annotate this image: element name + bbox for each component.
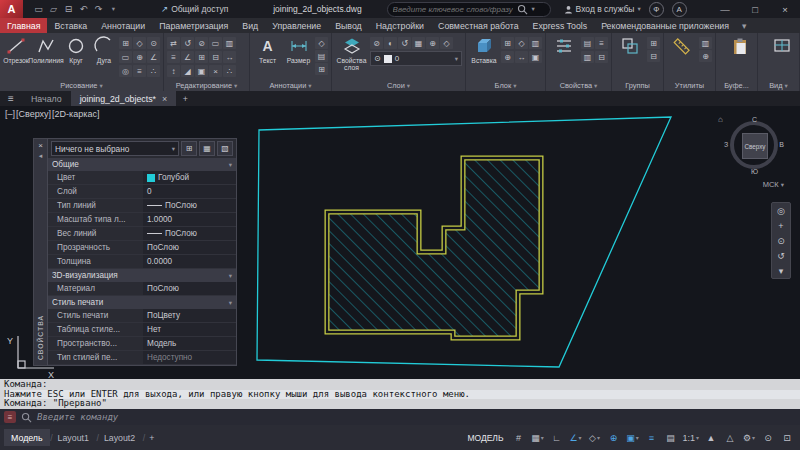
- layer-tool-icon[interactable]: ⊘: [370, 37, 383, 49]
- annotation-tool-icon[interactable]: ◇: [315, 37, 328, 49]
- qat-customize-icon[interactable]: ▾: [107, 2, 120, 16]
- redo-icon[interactable]: ↷: [92, 2, 105, 16]
- feedback-icon[interactable]: Ф: [649, 2, 664, 17]
- utility-tool-icon[interactable]: ⊕: [699, 50, 712, 62]
- annotation-scale-icon[interactable]: 1:1 ▾: [680, 429, 701, 446]
- modify-tool-icon[interactable]: ↕: [167, 65, 180, 77]
- undo-icon[interactable]: ↶: [77, 2, 90, 16]
- utility-tool-icon[interactable]: ▥: [699, 37, 712, 49]
- property-row[interactable]: Толщина 0.0000: [48, 255, 236, 269]
- quick-select-icon[interactable]: ▧: [217, 141, 233, 156]
- modify-tool-icon[interactable]: ⊘: [195, 37, 208, 49]
- palette-autohide-icon[interactable]: ◂: [39, 152, 43, 160]
- layer-tool-icon[interactable]: ⊕: [426, 37, 439, 49]
- viewcube[interactable]: ⌂ С В Ю З Сверху: [728, 119, 780, 171]
- drawing-area[interactable]: Y X [–] [Сверху] [2D-каркас] × ◂ СВОЙСТВ…: [0, 106, 800, 379]
- modify-tool-icon[interactable]: ⇄: [167, 37, 180, 49]
- viewcube-east[interactable]: В: [779, 141, 784, 148]
- layout1-tab[interactable]: Layout1: [51, 429, 96, 446]
- ribbon-tab-options-button[interactable]: ▾: [736, 18, 752, 33]
- apps-icon[interactable]: А: [672, 2, 687, 17]
- tab-featured-apps[interactable]: Рекомендованные приложения: [594, 18, 736, 33]
- draw-tool-icon[interactable]: ⊕: [133, 51, 146, 63]
- zoom-icon[interactable]: ⊙: [772, 233, 790, 248]
- property-row[interactable]: Вес линий ПоСлою: [48, 227, 236, 241]
- autoscale-icon[interactable]: △: [721, 429, 739, 446]
- properties-tool-icon[interactable]: ≡: [595, 37, 608, 49]
- layout2-tab[interactable]: Layout2: [97, 429, 142, 446]
- restore-button[interactable]: □: [740, 0, 770, 18]
- block-tool-icon[interactable]: ⊞: [501, 37, 514, 49]
- draw-tool-icon[interactable]: ⊞: [119, 37, 132, 49]
- properties-button[interactable]: [549, 35, 579, 56]
- command-prompt[interactable]: Введите команду: [37, 412, 118, 422]
- draw-tool-icon[interactable]: ∠: [147, 51, 160, 63]
- group-tool-icon[interactable]: ⊟: [647, 50, 660, 62]
- modify-tool-icon[interactable]: ∠: [181, 51, 194, 63]
- properties-tool-icon[interactable]: ▤: [581, 37, 594, 49]
- property-row[interactable]: Пространство... Модель: [48, 337, 236, 351]
- navigation-wheel-icon[interactable]: ◎: [772, 203, 790, 218]
- measure-button[interactable]: [667, 35, 697, 56]
- arc-button[interactable]: Дуга: [91, 35, 117, 64]
- command-input-bar[interactable]: ≡ Введите команду: [0, 409, 800, 425]
- property-row[interactable]: Тип линий ПоСлою: [48, 199, 236, 213]
- modify-tool-icon[interactable]: ∴: [223, 65, 236, 77]
- draw-tool-icon[interactable]: ▭: [119, 51, 132, 63]
- layer-properties-button[interactable]: Свойства слоя: [335, 35, 368, 72]
- draw-tool-icon[interactable]: ∴: [147, 65, 160, 77]
- panel-draw-title[interactable]: Рисование ▾: [0, 80, 163, 91]
- tab-addins[interactable]: Надстройки: [369, 18, 431, 33]
- section-general[interactable]: Общие ▾: [48, 158, 236, 171]
- panel-groups-title[interactable]: Группы: [612, 80, 663, 91]
- view-button[interactable]: [767, 35, 797, 56]
- group-tool-icon[interactable]: ⊞: [647, 37, 660, 49]
- close-button[interactable]: ×: [770, 0, 800, 18]
- open-file-icon[interactable]: ▱: [47, 2, 60, 16]
- section-3d-visualization[interactable]: 3D-визуализация ▾: [48, 269, 236, 282]
- layer-tool-icon[interactable]: ▦: [412, 37, 425, 49]
- wcs-dropdown[interactable]: МСК ▾: [763, 180, 784, 189]
- modify-tool-icon[interactable]: ⊞: [195, 51, 208, 63]
- block-tool-icon[interactable]: ⊕: [501, 51, 514, 63]
- help-search[interactable]: ▾: [387, 2, 551, 17]
- clean-screen-icon[interactable]: ⊡: [778, 429, 796, 446]
- isodraft-icon[interactable]: ◇ ▾: [585, 429, 603, 446]
- tab-close-icon[interactable]: ×: [162, 94, 167, 104]
- panel-properties-title[interactable]: Свойства ▾: [546, 80, 611, 91]
- search-options-icon[interactable]: ▾: [532, 5, 535, 13]
- tab-express-tools[interactable]: Express Tools: [526, 18, 595, 33]
- layer-tool-icon[interactable]: ↺: [398, 37, 411, 49]
- annotation-monitor-icon[interactable]: ⊙: [759, 429, 777, 446]
- panel-view-title[interactable]: Вид ▾: [758, 80, 799, 91]
- palette-close-icon[interactable]: ×: [38, 141, 43, 150]
- start-tab[interactable]: Начало: [22, 91, 71, 106]
- annotation-tool-icon[interactable]: ⊞: [315, 63, 328, 75]
- section-plot-style[interactable]: Стиль печати ▾: [48, 296, 236, 309]
- customize-command-icon[interactable]: ≡: [4, 411, 16, 423]
- object-snap-tracking-icon[interactable]: ⊕: [604, 429, 622, 446]
- property-row[interactable]: Прозрачность ПоСлою: [48, 241, 236, 255]
- viewport-visual-style-control[interactable]: [2D-каркас]: [52, 109, 99, 119]
- panel-block-title[interactable]: Блок ▾: [466, 80, 545, 91]
- group-button[interactable]: [615, 35, 645, 56]
- property-row[interactable]: Материал ПоСлою: [48, 282, 236, 296]
- viewport-view-control[interactable]: [Сверху]: [16, 109, 51, 119]
- workspace-icon[interactable]: ⚙ ▾: [740, 429, 758, 446]
- dimension-button[interactable]: Размер: [284, 35, 313, 64]
- hatched-shape[interactable]: [327, 158, 541, 338]
- viewcube-south[interactable]: Ю: [751, 168, 758, 175]
- document-tab[interactable]: joining_2d_objects* ×: [71, 91, 177, 106]
- tab-insert[interactable]: Вставка: [47, 18, 94, 33]
- selection-dropdown[interactable]: Ничего не выбрано ▾: [51, 141, 179, 156]
- lineweight-icon[interactable]: ≡: [642, 429, 660, 446]
- draw-tool-icon[interactable]: ◇: [133, 37, 146, 49]
- tab-annotate[interactable]: Аннотации: [94, 18, 152, 33]
- modify-tool-icon[interactable]: ▭: [209, 37, 222, 49]
- tab-output[interactable]: Вывод: [328, 18, 369, 33]
- viewcube-west[interactable]: З: [724, 141, 728, 148]
- draw-tool-icon[interactable]: ⊙: [147, 37, 160, 49]
- pan-icon[interactable]: +: [772, 218, 790, 233]
- properties-tool-icon[interactable]: ⊟: [595, 51, 608, 63]
- sign-in-button[interactable]: Вход в службы ▾: [564, 4, 641, 14]
